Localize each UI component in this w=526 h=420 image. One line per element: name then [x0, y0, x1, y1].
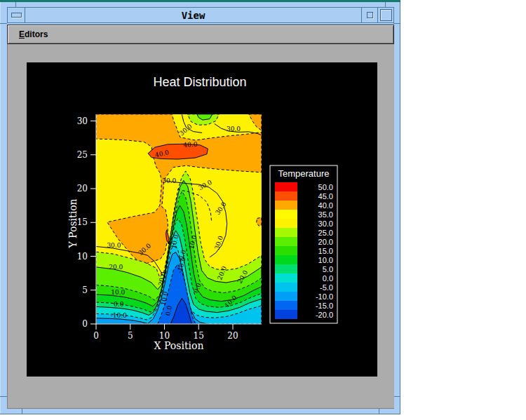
contour-label: 0.0 — [114, 301, 124, 308]
y-tick-label: 5 — [82, 285, 88, 295]
minimize-button[interactable] — [361, 8, 377, 22]
legend-label: 45.0 — [318, 192, 333, 201]
x-tick-label: 5 — [128, 331, 133, 341]
legend-swatch — [275, 191, 297, 201]
legend-label: 25.0 — [318, 229, 333, 237]
x-tick-label: 15 — [194, 331, 204, 341]
y-tick-label: 25 — [77, 150, 88, 160]
x-axis-title: X Position — [154, 340, 204, 351]
plot-canvas: Heat Distribution40.040.030.030.030.030.… — [27, 62, 377, 377]
window-title: View — [182, 10, 205, 21]
legend-title: Temperature — [278, 168, 330, 179]
chart-title: Heat Distribution — [153, 75, 246, 89]
legend-swatch — [275, 182, 297, 191]
legend-swatch — [275, 210, 297, 219]
legend-swatch — [275, 228, 297, 237]
frame-notch[interactable] — [22, 409, 22, 414]
maximize-icon — [380, 9, 392, 21]
frame-notch[interactable] — [379, 409, 379, 414]
legend-swatch — [275, 283, 297, 292]
legend-label: 50.0 — [318, 183, 333, 191]
y-tick-label: 15 — [77, 217, 88, 227]
minimize-icon — [367, 12, 373, 18]
frame-notch[interactable] — [393, 23, 400, 24]
frame-notch[interactable] — [393, 396, 400, 397]
legend-label: 35.0 — [318, 210, 333, 219]
x-tick-label: 0 — [93, 331, 99, 341]
legend-label: 5.0 — [323, 265, 333, 273]
screen: View Editors Heat Distribution40.040.030… — [0, 0, 526, 420]
legend-swatch — [275, 219, 297, 228]
frame-notch[interactable] — [0, 23, 7, 24]
window-menu-icon — [11, 13, 22, 18]
legend-label: 30.0 — [318, 219, 333, 228]
contour-label: 30.0 — [107, 242, 121, 249]
contour-label: 30.0 — [227, 126, 241, 133]
frame-notch[interactable] — [15, 2, 16, 7]
window-content: Heat Distribution40.040.030.030.030.030.… — [7, 44, 394, 409]
contour-plot: Heat Distribution40.040.030.030.030.030.… — [27, 62, 377, 377]
legend-label: 10.0 — [318, 256, 333, 264]
y-tick-label: 30 — [77, 116, 88, 126]
legend-swatch — [275, 201, 297, 210]
frame-notch[interactable] — [385, 2, 386, 7]
legend-label: -20.0 — [316, 311, 333, 319]
legend-label: -5.0 — [320, 283, 333, 292]
maximize-button[interactable] — [377, 8, 393, 22]
contour-label: 30.0 — [162, 177, 176, 184]
legend-swatch — [275, 264, 297, 273]
plot-area: 40.040.030.030.030.030.030.030.030.030.0… — [96, 114, 262, 324]
contour-label: -10.0 — [111, 312, 127, 319]
legend-label: 20.0 — [318, 238, 333, 246]
legend-label: -15.0 — [316, 302, 333, 310]
x-tick-label: 10 — [159, 331, 170, 341]
legend-label: -10.0 — [316, 292, 333, 301]
view-window: View Editors Heat Distribution40.040.030… — [0, 2, 400, 414]
legend-swatch — [275, 301, 297, 310]
y-axis-title: Y Position — [67, 198, 79, 248]
window-menu-button[interactable] — [8, 8, 25, 22]
menu-editors[interactable]: Editors — [13, 28, 53, 41]
y-tick-label: 20 — [77, 184, 88, 194]
contour-label: 20.0 — [109, 264, 123, 271]
legend-swatch — [275, 310, 297, 319]
legend-swatch — [275, 255, 297, 264]
legend-label: 0.0 — [323, 274, 333, 283]
x-tick-label: 20 — [227, 331, 238, 341]
y-tick-label: 10 — [77, 252, 88, 262]
legend-swatch — [275, 237, 297, 246]
frame-notch[interactable] — [0, 396, 7, 397]
menubar: Editors — [7, 25, 394, 44]
legend: Temperature50.045.040.035.030.025.020.01… — [270, 165, 337, 323]
contour-label: 10.0 — [111, 289, 125, 296]
y-tick-label: 0 — [82, 319, 88, 329]
titlebar[interactable]: View — [7, 7, 394, 23]
legend-swatch — [275, 273, 297, 283]
legend-label: 40.0 — [318, 201, 333, 210]
legend-label: 15.0 — [318, 247, 333, 255]
legend-swatch — [275, 292, 297, 301]
contour-label: 40.0 — [183, 141, 198, 149]
legend-swatch — [275, 246, 297, 255]
